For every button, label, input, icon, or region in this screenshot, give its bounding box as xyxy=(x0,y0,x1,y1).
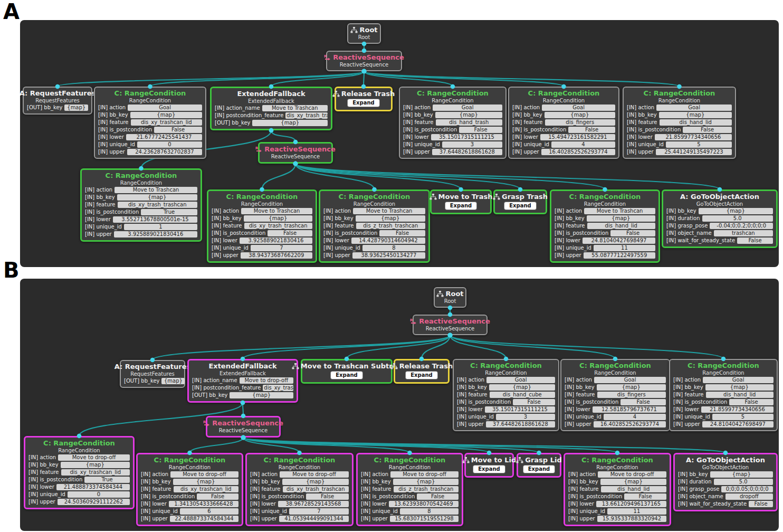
node-rc5[interactable]: C: RangeConditionRangeCondition[IN] acti… xyxy=(669,359,778,431)
param-value[interactable]: {map} xyxy=(699,208,773,214)
expand-button[interactable]: Expand xyxy=(331,372,362,379)
param-value[interactable]: 0;0;0.05;0;0;0;0 xyxy=(721,486,773,492)
node-move[interactable]: Move to LidExpand xyxy=(464,453,514,478)
param-value[interactable]: False xyxy=(729,399,774,405)
param-value[interactable]: 3 xyxy=(496,414,555,420)
param-value[interactable]: {map} xyxy=(710,471,773,478)
param-value[interactable]: {map} xyxy=(117,194,197,201)
node-rc8[interactable]: C: RangeConditionRangeCondition[IN] acti… xyxy=(319,189,430,263)
param-value[interactable]: 8 xyxy=(400,508,459,515)
node-rc0[interactable]: C: RangeConditionRangeCondition[IN] acti… xyxy=(24,436,135,509)
param-value[interactable]: Move to Trashcan xyxy=(114,187,197,193)
node-rc7[interactable]: C: RangeConditionRangeCondition[IN] acti… xyxy=(245,453,354,526)
param-value[interactable]: dis_hand_lid xyxy=(587,223,655,229)
param-value[interactable]: True xyxy=(141,209,197,215)
expand-button[interactable]: Expand xyxy=(504,202,536,210)
param-value[interactable]: dis_hand_cube xyxy=(490,392,555,398)
param-value[interactable]: Move to Trashcan xyxy=(262,105,328,111)
node-rc3[interactable]: C: RangeConditionRangeCondition[IN] acti… xyxy=(399,87,507,159)
node-rc0[interactable]: C: RangeConditionRangeCondition[IN] acti… xyxy=(94,87,206,159)
param-value[interactable]: 7 xyxy=(289,508,349,515)
expand-button[interactable]: Expand xyxy=(348,99,379,107)
param-value[interactable]: dis_xy_trashcan_lid xyxy=(131,119,202,126)
param-value[interactable]: 0 xyxy=(68,491,130,498)
param-value[interactable]: False xyxy=(306,493,349,500)
node-extfb[interactable]: ExtendedFallbackExtendedFallback[IN] act… xyxy=(187,359,298,403)
param-value[interactable]: dis_xy_trashcan_lid xyxy=(61,469,130,476)
param-value[interactable]: {map} xyxy=(545,112,615,118)
node-rc4[interactable]: C: RangeConditionRangeCondition[IN] acti… xyxy=(508,87,619,159)
param-value[interactable]: 35.15017315111215 xyxy=(431,134,502,140)
param-value[interactable]: {map} xyxy=(659,112,732,118)
param-value[interactable]: Goal xyxy=(703,377,774,383)
node-rc8[interactable]: C: RangeConditionRangeCondition[IN] acti… xyxy=(356,453,463,526)
param-value[interactable]: False xyxy=(379,230,425,236)
param-value[interactable]: 4 xyxy=(604,414,666,420)
param-value[interactable]: 3.925889021830416 xyxy=(240,238,312,244)
param-value[interactable]: False xyxy=(620,399,666,405)
param-value[interactable]: Move to Trashcan xyxy=(353,208,425,214)
param-value[interactable]: 24.503609291112262 xyxy=(58,499,130,505)
param-value[interactable]: {map} xyxy=(130,112,202,118)
param-value[interactable]: 37.64482618861628 xyxy=(486,421,555,428)
param-value[interactable]: 22.488873374584344 xyxy=(170,516,238,522)
param-value[interactable]: -0.04;0;0.2;0;0;0;0 xyxy=(710,223,773,229)
param-value[interactable]: 41.053944499091344 xyxy=(279,516,349,522)
param-value[interactable]: {map} xyxy=(597,384,666,391)
param-value[interactable]: {map} xyxy=(161,378,185,384)
param-value[interactable]: Move to drop-off xyxy=(240,377,293,384)
param-value[interactable]: Move to drop-off xyxy=(58,454,130,461)
param-value[interactable]: dis_xy_trash_trashcan xyxy=(283,486,349,492)
param-value[interactable]: dis_z_trash_trashcan xyxy=(356,223,425,229)
param-value[interactable]: trashcan xyxy=(714,230,773,236)
node-reqfeat[interactable]: A: RequestFeaturesRequestFeatures[OUT] b… xyxy=(120,360,185,388)
param-value[interactable]: dis_xy_trash_trashcan xyxy=(244,223,312,229)
param-value[interactable]: 24.81040427698497 xyxy=(702,421,774,428)
param-value[interactable]: {map} xyxy=(435,112,502,118)
node-move[interactable]: Move to TrashExpand xyxy=(430,189,492,214)
param-value[interactable]: dis_z_trash_trashcan xyxy=(394,486,459,492)
param-value[interactable]: {map} xyxy=(705,384,774,391)
param-value[interactable]: Move to Trashcan xyxy=(241,208,312,214)
param-value[interactable]: Goal xyxy=(128,104,202,111)
param-value[interactable]: 11 xyxy=(594,245,655,251)
param-value[interactable]: dropoff xyxy=(725,493,773,500)
param-value[interactable]: 0 xyxy=(137,141,202,148)
node-rc11[interactable]: C: RangeConditionRangeCondition[IN] acti… xyxy=(550,189,660,263)
param-value[interactable]: False xyxy=(513,399,555,405)
node-rc11[interactable]: C: RangeConditionRangeCondition[IN] acti… xyxy=(564,453,671,526)
node-extfb[interactable]: ExtendedFallbackExtendedFallback[IN] act… xyxy=(210,87,332,130)
node-rseq[interactable]: RReactiveSequenceReactiveSequence xyxy=(413,315,488,335)
node-rc6[interactable]: C: RangeConditionRangeCondition[IN] acti… xyxy=(136,453,243,526)
param-value[interactable]: True xyxy=(84,477,130,483)
param-value[interactable]: False xyxy=(268,230,312,236)
node-grasp[interactable]: Grasp TrashExpand xyxy=(493,189,547,214)
param-value[interactable]: {map} xyxy=(252,120,328,126)
param-value[interactable]: False xyxy=(154,127,202,133)
param-value[interactable]: 15.683071519551298 xyxy=(390,516,459,522)
node-release[interactable]: Release TrashExpand xyxy=(335,87,393,111)
param-value[interactable]: 16.402852526293774 xyxy=(541,149,615,155)
param-value[interactable]: Goal xyxy=(486,377,555,383)
param-value[interactable]: 35.15017315111215 xyxy=(485,406,555,413)
node-reqfeat[interactable]: A: RequestFeaturesRequestFeatures[OUT] b… xyxy=(23,87,92,115)
param-value[interactable]: 5 xyxy=(666,141,732,148)
param-value[interactable]: 11 xyxy=(607,508,666,515)
param-value[interactable]: False xyxy=(749,501,773,507)
param-value[interactable]: 38.94373687662209 xyxy=(241,252,312,259)
param-value[interactable]: dis_fingers xyxy=(545,119,615,126)
param-value[interactable]: dis_hand_trash xyxy=(436,119,502,126)
expand-button[interactable]: Expand xyxy=(445,202,476,210)
param-value[interactable]: 3.925889021830416 xyxy=(114,231,197,238)
param-value[interactable]: False xyxy=(459,127,502,133)
param-value[interactable]: {map} xyxy=(173,479,238,485)
node-goto[interactable]: A: GoToObjectActionGoToObjectAction[IN] … xyxy=(662,189,778,248)
param-value[interactable]: 14.428790314604942 xyxy=(351,238,425,244)
param-value[interactable]: 3 xyxy=(442,141,502,148)
param-value[interactable]: Move to Trashcan xyxy=(584,208,655,214)
param-value[interactable]: 5 xyxy=(712,414,774,420)
param-value[interactable]: Goal xyxy=(594,377,666,383)
param-value[interactable]: 55.08777122497559 xyxy=(584,252,655,259)
node-rc5[interactable]: C: RangeConditionRangeCondition[IN] acti… xyxy=(623,87,736,159)
node-rseq2[interactable]: RReactiveSequenceReactiveSequence xyxy=(258,142,333,164)
